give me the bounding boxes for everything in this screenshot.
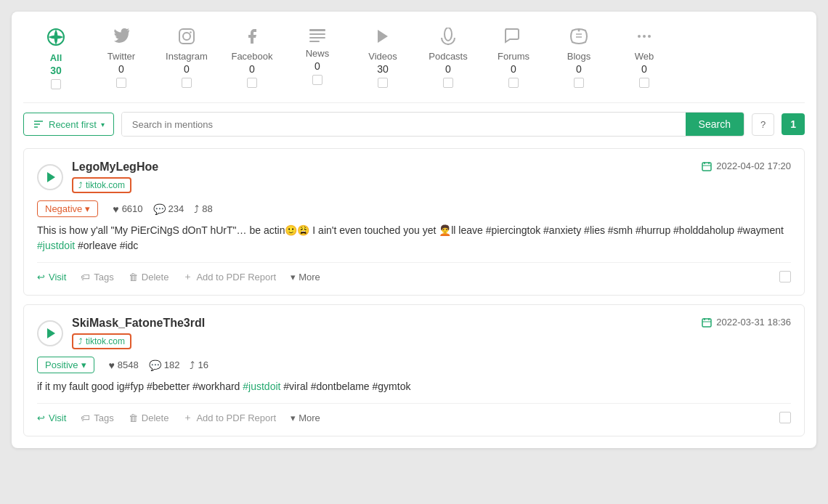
blogs-icon — [569, 28, 588, 49]
tab-instagram[interactable]: Instagram 0 — [154, 23, 219, 92]
card-0-likes: ♥ 6610 — [113, 203, 142, 215]
card-0-likes-count: 6610 — [122, 203, 143, 214]
all-count: 30 — [50, 65, 62, 76]
share-icon-0: ⤴ — [78, 181, 83, 190]
card-1-visit-label: Visit — [49, 412, 66, 423]
svg-point-14 — [648, 35, 651, 38]
instagram-label: Instagram — [166, 51, 208, 62]
web-label: Web — [635, 51, 654, 62]
web-count: 0 — [641, 63, 647, 75]
svg-rect-6 — [309, 37, 325, 38]
card-0-more-button[interactable]: ▾ More — [291, 272, 320, 283]
svg-point-13 — [638, 35, 641, 38]
sort-chevron: ▾ — [101, 121, 105, 129]
card-1-more-button[interactable]: ▾ More — [291, 412, 320, 423]
podcasts-checkbox[interactable] — [443, 78, 453, 88]
card-1-delete-button[interactable]: 🗑 Delete — [129, 412, 169, 423]
card-1-source-badge[interactable]: ⤴ tiktok.com — [72, 333, 131, 349]
card-1-tags-button[interactable]: 🏷 Tags — [81, 412, 113, 423]
card-0-visit-label: Visit — [49, 272, 66, 283]
tab-blogs[interactable]: Blogs 0 — [546, 23, 612, 92]
twitter-label: Twitter — [107, 51, 135, 62]
card-1-sentiment[interactable]: Positive ▾ — [37, 357, 94, 373]
page-button[interactable]: 1 — [782, 113, 805, 135]
card-0-source-badge[interactable]: ⤴ tiktok.com — [72, 177, 131, 193]
svg-rect-5 — [309, 33, 325, 35]
tab-podcasts[interactable]: Podcasts 0 — [415, 23, 481, 92]
tab-all[interactable]: All 30 — [23, 23, 89, 94]
blogs-label: Blogs — [567, 51, 591, 62]
share-icon-1: ⤴ — [78, 337, 83, 346]
tab-web[interactable]: Web 0 — [612, 23, 677, 92]
facebook-checkbox[interactable] — [247, 78, 257, 88]
source-tabs: All 30 Twitter 0 Instagram 0 — [23, 23, 805, 103]
svg-marker-8 — [378, 30, 388, 43]
card-1-checkbox[interactable] — [779, 412, 791, 423]
card-1-date: 2022-03-31 18:36 — [702, 317, 791, 328]
toolbar: Recent first ▾ Search ? 1 — [23, 103, 805, 145]
tab-facebook[interactable]: Facebook 0 — [219, 23, 285, 92]
tab-forums[interactable]: Forums 0 — [481, 23, 546, 92]
card-1-pdf-button[interactable]: ＋ Add to PDF Report — [183, 411, 276, 424]
search-input[interactable] — [122, 113, 686, 136]
card-1-shares: ⤴ 16 — [190, 359, 208, 371]
share-stat-icon-0: ⤴ — [194, 203, 199, 215]
instagram-checkbox[interactable] — [182, 78, 192, 88]
share-stat-icon-1: ⤴ — [190, 359, 195, 371]
pdf-icon-1: ＋ — [183, 411, 192, 424]
card-1-body: if it my fault good ig#fyp #bebetter #wo… — [37, 379, 791, 394]
all-checkbox[interactable] — [51, 79, 61, 89]
card-1-likes: ♥ 8548 — [109, 359, 139, 371]
card-0-tags-label: Tags — [94, 272, 113, 283]
card-0-source-name: tiktok.com — [86, 180, 125, 190]
card-0-play-button[interactable] — [37, 164, 63, 190]
card-1-source-name: tiktok.com — [86, 336, 125, 346]
card-0-sentiment-label: Negative — [45, 203, 82, 214]
card-1-title-area: SkiMask_FatoneThe3rdI ⤴ tiktok.com — [72, 317, 205, 349]
card-0-pdf-button[interactable]: ＋ Add to PDF Report — [183, 270, 276, 283]
card-0-pdf-label: Add to PDF Report — [196, 272, 276, 283]
search-button[interactable]: Search — [686, 113, 744, 136]
delete-icon-1: 🗑 — [129, 412, 138, 423]
heart-icon-1: ♥ — [109, 359, 115, 371]
card-0-tags-button[interactable]: 🏷 Tags — [81, 272, 113, 283]
blogs-count: 0 — [576, 63, 582, 75]
tab-twitter[interactable]: Twitter 0 — [89, 23, 154, 92]
card-0-delete-button[interactable]: 🗑 Delete — [129, 272, 169, 283]
tab-news[interactable]: News 0 — [285, 23, 350, 89]
videos-label: Videos — [368, 51, 397, 62]
card-1-play-button[interactable] — [37, 320, 63, 346]
card-0-shares: ⤴ 88 — [194, 203, 212, 215]
news-checkbox[interactable] — [312, 75, 322, 85]
forums-checkbox[interactable] — [508, 78, 519, 88]
twitter-checkbox[interactable] — [116, 78, 126, 88]
card-0-visit-button[interactable]: ↩ Visit — [37, 272, 66, 283]
web-checkbox[interactable] — [639, 78, 649, 88]
calendar-icon-1 — [702, 317, 712, 328]
twitter-count: 0 — [118, 63, 124, 75]
card-1-header: SkiMask_FatoneThe3rdI ⤴ tiktok.com 2022-… — [37, 317, 791, 349]
card-1-sentiment-label: Positive — [45, 359, 78, 370]
tab-videos[interactable]: Videos 30 — [350, 23, 415, 92]
card-0-sentiment[interactable]: Negative ▾ — [37, 200, 98, 217]
card-0-meta: Negative ▾ ♥ 6610 💬 234 ⤴ 88 — [37, 200, 791, 217]
sort-button[interactable]: Recent first ▾ — [23, 113, 114, 136]
svg-point-11 — [578, 30, 580, 32]
card-1-date-text: 2022-03-31 18:36 — [716, 317, 791, 328]
svg-rect-4 — [309, 29, 325, 31]
all-icon — [46, 28, 65, 51]
svg-rect-18 — [702, 163, 711, 171]
news-label: News — [306, 48, 330, 59]
card-1-visit-button[interactable]: ↩ Visit — [37, 412, 66, 423]
blogs-checkbox[interactable] — [574, 78, 584, 88]
card-0: LegoMyLegHoe ⤴ tiktok.com 2022-04-02 17:… — [23, 148, 805, 296]
svg-rect-7 — [309, 41, 320, 42]
card-0-checkbox[interactable] — [779, 271, 791, 283]
card-1-stats: ♥ 8548 💬 182 ⤴ 16 — [109, 359, 208, 371]
help-button[interactable]: ? — [752, 113, 774, 136]
videos-count: 30 — [377, 63, 389, 75]
visit-icon-0: ↩ — [37, 272, 45, 283]
podcasts-count: 0 — [445, 63, 451, 75]
videos-checkbox[interactable] — [378, 78, 388, 88]
svg-point-3 — [190, 31, 191, 33]
